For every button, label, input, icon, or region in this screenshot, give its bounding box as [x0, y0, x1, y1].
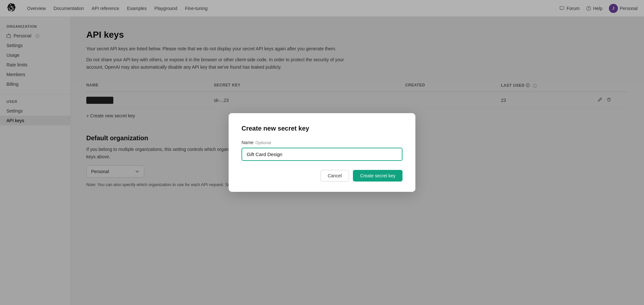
modal-label: Name Optional — [242, 140, 402, 145]
modal-actions: Cancel Create secret key — [242, 170, 402, 182]
key-name-input[interactable] — [242, 148, 402, 161]
modal-label-optional: Optional — [255, 140, 271, 145]
modal-overlay: Create new secret key Name Optional Canc… — [0, 0, 644, 305]
cancel-button[interactable]: Cancel — [320, 170, 349, 182]
create-secret-key-button[interactable]: Create secret key — [353, 170, 402, 182]
create-key-modal: Create new secret key Name Optional Canc… — [229, 113, 415, 192]
modal-title: Create new secret key — [242, 125, 402, 132]
